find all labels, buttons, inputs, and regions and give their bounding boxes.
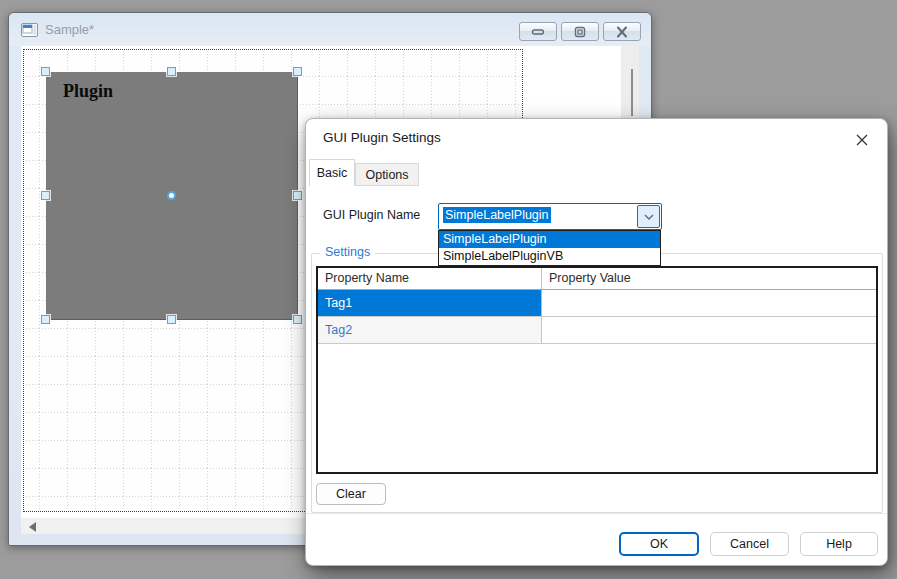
dropdown-option[interactable]: SimpleLabelPlugin [439, 231, 660, 248]
resize-handle-top-right[interactable] [293, 67, 302, 76]
scroll-left-arrow-icon[interactable] [29, 522, 36, 532]
vertical-scrollbar-thumb[interactable] [631, 69, 633, 116]
cancel-button[interactable]: Cancel [710, 532, 789, 556]
resize-handle-bottom-right[interactable] [293, 315, 302, 324]
resize-handle-top-left[interactable] [41, 67, 50, 76]
resize-handle-middle-right[interactable] [293, 191, 302, 200]
cell-property-value[interactable] [542, 317, 876, 343]
maximize-button[interactable] [561, 22, 599, 41]
tab-options[interactable]: Options [355, 163, 419, 186]
tab-options-label: Options [365, 168, 408, 182]
dialog-title: GUI Plugin Settings [323, 130, 441, 145]
column-header-property-name[interactable]: Property Name [318, 268, 542, 289]
gui-plugin-settings-dialog: GUI Plugin Settings Basic Options GUI Pl… [305, 118, 888, 566]
clear-button[interactable]: Clear [316, 483, 386, 505]
chevron-down-icon [644, 214, 654, 220]
resize-handle-top-center[interactable] [167, 67, 176, 76]
help-button[interactable]: Help [800, 532, 878, 556]
anchor-handle-center[interactable] [167, 191, 176, 200]
combobox-dropdown-list: SimpleLabelPlugin SimpleLabelPluginVB [438, 230, 661, 266]
plugin-widget-label: Plugin [63, 81, 113, 101]
column-header-property-value[interactable]: Property Value [542, 268, 876, 289]
resize-handle-bottom-left[interactable] [41, 315, 50, 324]
cell-property-name[interactable]: Tag1 [318, 290, 542, 316]
combobox-value: SimpleLabelPlugin [443, 208, 551, 222]
resize-handle-middle-left[interactable] [41, 191, 50, 200]
table-row[interactable]: Tag1 [318, 290, 876, 317]
tab-basic-label: Basic [317, 166, 348, 180]
cancel-button-label: Cancel [730, 537, 769, 551]
help-button-label: Help [826, 537, 852, 551]
window-controls [519, 22, 641, 41]
plugin-name-label: GUI Plugin Name [323, 208, 420, 222]
button-row-divider [306, 513, 887, 514]
dropdown-option[interactable]: SimpleLabelPluginVB [439, 248, 660, 265]
table-header-row: Property Name Property Value [318, 268, 876, 290]
resize-handle-bottom-center[interactable] [167, 315, 176, 324]
dialog-close-button[interactable] [849, 128, 875, 152]
settings-groupbox-label: Settings [320, 245, 375, 259]
cell-property-name[interactable]: Tag2 [318, 317, 542, 343]
window-title: Sample* [45, 22, 94, 37]
property-table: Property Name Property Value Tag1 Tag2 [316, 266, 878, 474]
clear-button-label: Clear [336, 487, 366, 501]
form-window-icon [21, 23, 38, 37]
cell-property-value[interactable] [542, 290, 876, 316]
table-row[interactable]: Tag2 [318, 317, 876, 344]
tab-basic[interactable]: Basic [309, 159, 355, 186]
plugin-name-combobox[interactable]: SimpleLabelPlugin [438, 203, 662, 230]
designer-titlebar[interactable]: Sample* [9, 13, 651, 46]
minimize-button[interactable] [519, 22, 557, 41]
ok-button[interactable]: OK [619, 532, 699, 556]
combobox-dropdown-button[interactable] [637, 205, 660, 228]
ok-button-label: OK [650, 537, 668, 551]
close-button[interactable] [603, 22, 641, 41]
